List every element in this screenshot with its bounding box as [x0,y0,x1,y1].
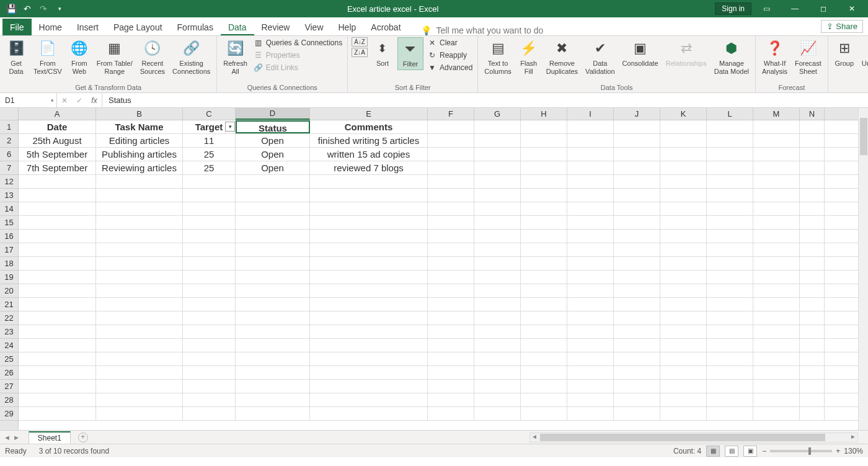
cell-G12[interactable] [474,175,521,188]
cell-A29[interactable] [19,407,96,420]
minimize-icon[interactable]: — [781,0,808,17]
cell-H15[interactable] [521,216,567,229]
tab-insert[interactable]: Insert [69,19,106,35]
cell-N25[interactable] [800,352,825,365]
cell-K6[interactable] [660,148,707,161]
cell-I18[interactable] [567,257,614,270]
advanced-button[interactable]: ▼Advanced [426,62,474,73]
cell-J26[interactable] [614,366,660,379]
reapply-button[interactable]: ↻Reapply [426,50,474,61]
cell-N18[interactable] [800,257,825,270]
cell-K7[interactable] [660,161,707,174]
cell-I21[interactable] [567,298,614,311]
cell-A6[interactable]: 5th September [19,148,96,161]
cell-D19[interactable] [236,271,310,284]
cell-F20[interactable] [428,284,474,297]
ungroup-button[interactable]: ⊟Ungroup [859,37,868,69]
cell-B6[interactable]: Publishing articles [96,148,183,161]
cell-F7[interactable] [428,161,474,174]
cell-G22[interactable] [474,311,521,325]
row-header-13[interactable]: 13 [0,189,18,202]
cell-G29[interactable] [474,407,521,420]
cell-M29[interactable] [753,407,800,420]
zoom-in-icon[interactable]: + [836,447,840,455]
cell-A14[interactable] [19,202,96,215]
sort-desc-icon[interactable]: Z↓A [352,48,368,57]
cell-N14[interactable] [800,202,825,215]
cell-J15[interactable] [614,216,660,229]
cell-C22[interactable] [183,311,236,325]
cell-L13[interactable] [707,189,753,202]
cell-C2[interactable]: 11 [183,134,236,147]
cell-I1[interactable] [567,120,614,133]
cell-J2[interactable] [614,134,660,147]
cell-K12[interactable] [660,175,707,188]
cell-N7[interactable] [800,161,825,174]
cell-B7[interactable]: Reviewing articles [96,161,183,174]
sheet-nav-next-icon[interactable]: ► [13,434,20,441]
cell-A2[interactable]: 25th August [19,134,96,147]
flash-fill-button[interactable]: ⚡Flash Fill [516,37,541,76]
cell-J22[interactable] [614,311,660,325]
from-web-button[interactable]: 🌐From Web [67,37,92,76]
row-header-18[interactable]: 18 [0,257,18,271]
cell-F13[interactable] [428,189,474,202]
cell-G7[interactable] [474,161,521,174]
cell-N6[interactable] [800,148,825,161]
cell-C21[interactable] [183,298,236,311]
cell-L29[interactable] [707,407,753,420]
cell-J14[interactable] [614,202,660,215]
cell-K24[interactable] [660,339,707,352]
formula-input[interactable]: Status [102,93,868,107]
cell-H26[interactable] [521,366,567,379]
cell-M7[interactable] [753,161,800,174]
cell-J19[interactable] [614,271,660,284]
cell-A26[interactable] [19,366,96,379]
cell-M20[interactable] [753,284,800,297]
qat-customize-icon[interactable]: ▾ [52,1,67,16]
cell-D21[interactable] [236,298,310,311]
row-header-20[interactable]: 20 [0,284,18,298]
cell-E21[interactable] [310,298,428,311]
cell-N23[interactable] [800,325,825,338]
cell-M15[interactable] [753,216,800,229]
cell-K13[interactable] [660,189,707,202]
cell-H29[interactable] [521,407,567,420]
cell-H13[interactable] [521,189,567,202]
sign-in-button[interactable]: Sign in [715,2,751,15]
cell-M14[interactable] [753,202,800,215]
text-to-columns-button[interactable]: ▤Text to Columns [482,37,513,76]
cell-D22[interactable] [236,311,310,325]
cell-K23[interactable] [660,325,707,338]
cell-G20[interactable] [474,284,521,297]
cell-K27[interactable] [660,380,707,393]
cell-I25[interactable] [567,352,614,365]
cell-L2[interactable] [707,134,753,147]
cell-L12[interactable] [707,175,753,188]
cell-M25[interactable] [753,352,800,365]
tab-page-layout[interactable]: Page Layout [106,19,170,35]
refresh-all-button[interactable]: 🔄Refresh All [221,37,250,76]
cell-L26[interactable] [707,366,753,379]
cell-C7[interactable]: 25 [183,161,236,174]
close-icon[interactable]: ✕ [838,0,866,17]
page-layout-view-icon[interactable]: ▤ [725,446,738,457]
cell-H2[interactable] [521,134,567,147]
cell-L15[interactable] [707,216,753,229]
cell-L20[interactable] [707,284,753,297]
cell-B17[interactable] [96,243,183,256]
cell-A17[interactable] [19,243,96,256]
cell-H18[interactable] [521,257,567,270]
row-header-7[interactable]: 7 [0,161,18,175]
row-header-1[interactable]: 1 [0,120,18,134]
cell-N1[interactable] [800,120,825,133]
cell-D20[interactable] [236,284,310,297]
cell-M17[interactable] [753,243,800,256]
cell-F12[interactable] [428,175,474,188]
cell-M26[interactable] [753,366,800,379]
cell-B18[interactable] [96,257,183,270]
cell-M16[interactable] [753,230,800,243]
cell-F26[interactable] [428,366,474,379]
cell-E26[interactable] [310,366,428,379]
cell-M24[interactable] [753,339,800,352]
